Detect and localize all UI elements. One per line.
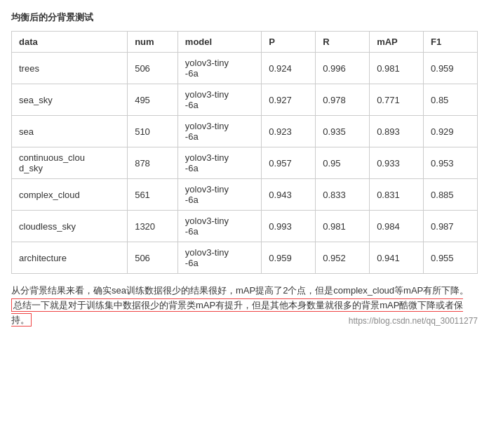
cell-map: 0.771: [370, 84, 424, 116]
cell-r: 0.978: [316, 84, 370, 116]
cell-r: 0.952: [316, 242, 370, 274]
cell-r: 0.935: [316, 116, 370, 147]
cell-num: 561: [128, 179, 178, 211]
cell-r: 0.833: [316, 179, 370, 211]
col-header-r: R: [316, 32, 370, 53]
cell-map: 0.981: [370, 53, 424, 84]
cell-model: yolov3-tiny-6a: [177, 211, 261, 242]
cell-map: 0.984: [370, 211, 424, 242]
table-row: complex_cloud561yolov3-tiny-6a0.9430.833…: [12, 179, 478, 211]
cell-f1: 0.85: [424, 84, 478, 116]
cell-f1: 0.929: [424, 116, 478, 147]
cell-r: 0.996: [316, 53, 370, 84]
col-header-f1: F1: [424, 32, 478, 53]
cell-map: 0.893: [370, 116, 424, 147]
cell-f1: 0.953: [424, 147, 478, 179]
cell-data: sea: [12, 116, 128, 147]
cell-f1: 0.955: [424, 242, 478, 274]
cell-num: 506: [128, 53, 178, 84]
cell-num: 510: [128, 116, 178, 147]
cell-f1: 0.959: [424, 53, 478, 84]
cell-data: continuous_cloud_sky: [12, 147, 128, 179]
cell-data: architecture: [12, 242, 128, 274]
cell-p: 0.924: [262, 53, 316, 84]
cell-num: 878: [128, 147, 178, 179]
col-header-model: model: [177, 32, 261, 53]
table-row: continuous_cloud_sky878yolov3-tiny-6a0.9…: [12, 147, 478, 179]
col-header-data: data: [12, 32, 128, 53]
table-row: cloudless_sky1320yolov3-tiny-6a0.9930.98…: [12, 211, 478, 242]
cell-model: yolov3-tiny-6a: [177, 179, 261, 211]
cell-num: 1320: [128, 211, 178, 242]
table-row: sea510yolov3-tiny-6a0.9230.9350.8930.929: [12, 116, 478, 147]
cell-data: trees: [12, 53, 128, 84]
col-header-map: mAP: [370, 32, 424, 53]
cell-num: 506: [128, 242, 178, 274]
cell-model: yolov3-tiny-6a: [177, 242, 261, 274]
cell-num: 495: [128, 84, 178, 116]
cell-p: 0.993: [262, 211, 316, 242]
cell-r: 0.95: [316, 147, 370, 179]
cell-map: 0.941: [370, 242, 424, 274]
cell-data: cloudless_sky: [12, 211, 128, 242]
page-title: 均衡后的分背景测试: [11, 11, 478, 24]
cell-data: sea_sky: [12, 84, 128, 116]
summary-section: 从分背景结果来看，确实sea训练数据很少的结果很好，mAP提高了2个点，但是co…: [11, 284, 478, 327]
source-link: https://blog.csdn.net/qq_30011277: [349, 315, 478, 328]
cell-model: yolov3-tiny-6a: [177, 84, 261, 116]
cell-p: 0.959: [262, 242, 316, 274]
cell-model: yolov3-tiny-6a: [177, 53, 261, 84]
cell-model: yolov3-tiny-6a: [177, 116, 261, 147]
summary-text-part1: 从分背景结果来看，确实sea训练数据很少的结果很好，mAP提高了2个点，但是co…: [11, 285, 469, 296]
cell-model: yolov3-tiny-6a: [177, 147, 261, 179]
cell-p: 0.957: [262, 147, 316, 179]
col-header-num: num: [128, 32, 178, 53]
cell-p: 0.923: [262, 116, 316, 147]
cell-f1: 0.987: [424, 211, 478, 242]
cell-p: 0.943: [262, 179, 316, 211]
cell-data: complex_cloud: [12, 179, 128, 211]
table-row: trees506yolov3-tiny-6a0.9240.9960.9810.9…: [12, 53, 478, 84]
table-row: sea_sky495yolov3-tiny-6a0.9270.9780.7710…: [12, 84, 478, 116]
table-row: architecture506yolov3-tiny-6a0.9590.9520…: [12, 242, 478, 274]
cell-r: 0.981: [316, 211, 370, 242]
results-table: data num model P R mAP F1 trees506yolov3…: [11, 31, 478, 274]
cell-map: 0.933: [370, 147, 424, 179]
cell-f1: 0.885: [424, 179, 478, 211]
col-header-p: P: [262, 32, 316, 53]
cell-map: 0.831: [370, 179, 424, 211]
cell-p: 0.927: [262, 84, 316, 116]
